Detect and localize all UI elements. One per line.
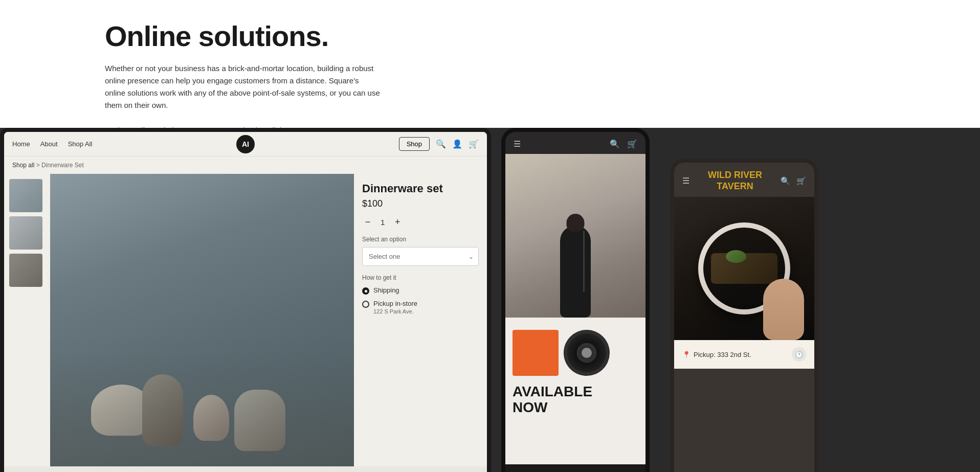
quantity-control: − 1 + (362, 216, 479, 228)
phone-hero-image (505, 154, 645, 318)
shipping-label: Shipping (373, 286, 399, 294)
restaurant-footer: 📍 Pickup: 333 2nd St. 🕐 (674, 340, 814, 369)
store-icons: Shop 🔍 👤 🛒 (399, 137, 479, 151)
quantity-value: 1 (381, 218, 385, 227)
thumbnail-2[interactable] (9, 216, 42, 250)
delivery-title: How to get it (362, 274, 479, 281)
hamburger-icon[interactable]: ☰ (514, 139, 521, 149)
pickup-label: Pickup in-store (373, 300, 417, 307)
option-select[interactable]: Select one (362, 247, 479, 266)
phone-device-music: ☰ 🔍 🛒 AVAILABLENO (501, 128, 650, 472)
location-icon: 📍 (682, 351, 691, 358)
select-wrapper: Select one ⌄ (362, 247, 479, 266)
phone-device-restaurant: ☰ WILD RIVERTAVERN 🔍 🛒 📍 (670, 159, 818, 472)
phone-music-header: ☰ 🔍 🛒 (505, 132, 645, 154)
restaurant-search-icon[interactable]: 🔍 (781, 176, 790, 186)
product-thumbnails (4, 174, 50, 466)
thumbnail-1[interactable] (9, 179, 42, 212)
breadcrumb: Shop all > Dinnerware Set (4, 156, 487, 174)
nav-home: Home (12, 140, 30, 148)
singer-head (567, 214, 585, 232)
product-name: Dinnerware set (362, 182, 479, 195)
shop-button[interactable]: Shop (399, 137, 430, 151)
breadcrumb-shop-all[interactable]: Shop all (12, 162, 34, 169)
hand (763, 279, 804, 340)
phone-icons: 🔍 🛒 (610, 139, 637, 149)
thumbnail-3[interactable] (9, 254, 42, 287)
page-title: Online solutions. (105, 20, 399, 52)
pickup-option[interactable]: Pickup in-store 122 S Park Ave. (362, 300, 479, 314)
store-navbar: Home About Shop All AI Shop 🔍 👤 🛒 (4, 132, 487, 156)
pickup-info: 📍 Pickup: 333 2nd St. (682, 351, 751, 358)
pickup-radio[interactable] (362, 301, 369, 308)
select-option-label: Select an option (362, 236, 479, 243)
nav-about: About (40, 140, 58, 148)
restaurant-hamburger-icon[interactable]: ☰ (682, 176, 689, 186)
nav-shop-all: Shop All (68, 140, 93, 148)
pickup-address: 122 S Park Ave. (373, 308, 417, 314)
restaurant-header: ☰ WILD RIVERTAVERN 🔍 🛒 (674, 163, 814, 197)
store-nav-links: Home About Shop All (12, 140, 92, 148)
user-icon[interactable]: 👤 (452, 139, 462, 149)
desktop-device: Home About Shop All AI Shop 🔍 👤 🛒 Shop a… (0, 128, 491, 472)
vinyl-record[interactable] (564, 330, 610, 376)
singer-body (560, 226, 591, 318)
delivery-section: How to get it Shipping Pickup in-store (362, 274, 479, 314)
available-now-text: AVAILABLENOW (513, 384, 638, 416)
restaurant-cart-icon[interactable]: 🛒 (796, 176, 806, 186)
search-icon[interactable]: 🔍 (436, 139, 446, 149)
shipping-option[interactable]: Shipping (362, 286, 479, 295)
clock-icon[interactable]: 🕐 (792, 347, 806, 362)
page-subtitle: Whether or not your business has a brick… (105, 62, 381, 111)
cart-icon[interactable]: 🛒 (469, 139, 479, 149)
devices-area: Home About Shop All AI Shop 🔍 👤 🛒 Shop a… (0, 128, 980, 472)
product-layout: Dinnerware set $100 − 1 + Select an opti… (4, 174, 487, 466)
quantity-increase[interactable]: + (392, 216, 403, 228)
products-row (513, 330, 638, 376)
product-info: Dinnerware set $100 − 1 + Select an opti… (354, 174, 487, 466)
page-wrapper: Online solutions. Whether or not your bu… (0, 0, 980, 472)
phone-search-icon[interactable]: 🔍 (610, 139, 620, 149)
store-logo: AI (236, 135, 255, 153)
food-image (674, 197, 814, 340)
product-main-image (50, 174, 354, 466)
phone-cart-icon[interactable]: 🛒 (627, 139, 637, 149)
quantity-decrease[interactable]: − (362, 216, 373, 228)
album-art-orange[interactable] (513, 330, 559, 376)
phone-products-area: AVAILABLENOW (505, 318, 645, 464)
product-price: $100 (362, 198, 479, 209)
shipping-radio[interactable] (362, 287, 369, 295)
pickup-address-text: Pickup: 333 2nd St. (694, 351, 751, 358)
restaurant-name: WILD RIVERTAVERN (689, 170, 781, 192)
restaurant-icons: 🔍 🛒 (781, 176, 806, 186)
singer-background (505, 154, 645, 318)
microphone-stand (583, 231, 585, 292)
